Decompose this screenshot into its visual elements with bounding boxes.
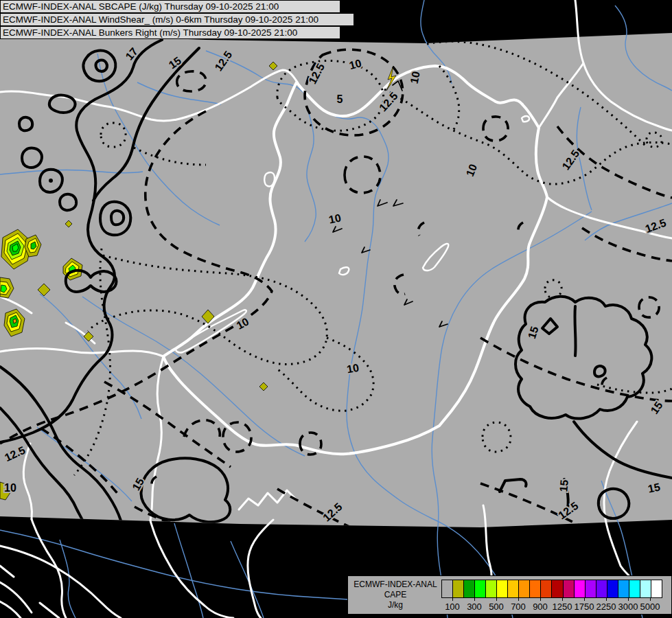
- colorbar-tick-label: 5000: [635, 602, 665, 612]
- contour-label: 10: [346, 362, 360, 376]
- colorbar-cell: [464, 580, 475, 597]
- weather-map-screen: 171512.512.510512.5101012.512.510101012.…: [0, 0, 672, 618]
- title-text-windshear: ECMWF-INDEX-ANAL WindShear_ (m/s) 0-6km …: [3, 14, 318, 25]
- colorbar-tick: [540, 597, 541, 601]
- colorbar-cell: [442, 580, 453, 597]
- legend-parameter: CAPE: [352, 590, 439, 600]
- colorbar-cell: [486, 580, 497, 597]
- colorbar-tick: [628, 597, 629, 601]
- colorbar-cell: [607, 580, 618, 597]
- colorbar-tick: [606, 597, 607, 601]
- colorbar-cell: [497, 580, 508, 597]
- colorbar-cell: [651, 580, 662, 597]
- title-text-bunkers: ECMWF-INDEX-ANAL Bunkers Right (m/s) Thu…: [3, 27, 297, 38]
- colorbar-cell: [618, 580, 629, 597]
- colorbar-cell: [519, 580, 530, 597]
- colorbar-cell: [541, 580, 552, 597]
- contour-label: 15: [647, 481, 661, 494]
- colorbar-cell: [629, 580, 640, 597]
- contour-label: 15: [557, 479, 570, 492]
- title-bar-windshear: ECMWF-INDEX-ANAL WindShear_ (m/s) 0-6km …: [0, 13, 354, 26]
- contour-label: 10: [408, 70, 421, 84]
- title-bar-bunkers: ECMWF-INDEX-ANAL Bunkers Right (m/s) Thu…: [0, 26, 340, 39]
- colorbar-cell: [475, 580, 486, 597]
- colorbar-tick: [584, 597, 585, 601]
- colorbar-cell: [564, 580, 575, 597]
- colorbar-tick: [474, 597, 475, 601]
- colorbar-tick: [452, 597, 453, 601]
- colorbar-cell: [596, 580, 607, 597]
- contour-label: 10: [327, 211, 342, 225]
- colorbar-cell: [508, 580, 519, 597]
- legend-model: ECMWF-INDEX-ANAL: [352, 580, 439, 590]
- colorbar-cell: [640, 580, 651, 597]
- colorbar-cell: [586, 580, 596, 597]
- cape-colorbar: [441, 580, 662, 598]
- colorbar-cell: [552, 580, 563, 597]
- colorbar-tick: [496, 597, 497, 601]
- colorbar-cell: [530, 580, 541, 597]
- colorbar-cell: [575, 580, 586, 597]
- colorbar-cell: [453, 580, 464, 597]
- map-canvas: 171512.512.510512.5101012.512.510101012.…: [0, 0, 672, 618]
- legend-unit: J/kg: [352, 600, 439, 610]
- contour-label: 5: [337, 93, 343, 105]
- colorbar-tick: [562, 597, 563, 601]
- title-text-sbcape: ECMWF-INDEX-ANAL SBCAPE (J/kg) Thursday …: [3, 1, 279, 12]
- legend-box: ECMWF-INDEX-ANAL CAPE J/kg 1003005007009…: [347, 575, 672, 615]
- title-bar-sbcape: ECMWF-INDEX-ANAL SBCAPE (J/kg) Thursday …: [0, 0, 340, 13]
- legend-text-block: ECMWF-INDEX-ANAL CAPE J/kg: [352, 580, 439, 610]
- colorbar-tick: [650, 597, 651, 601]
- contour-label: 10: [4, 482, 16, 494]
- colorbar-tick: [518, 597, 519, 601]
